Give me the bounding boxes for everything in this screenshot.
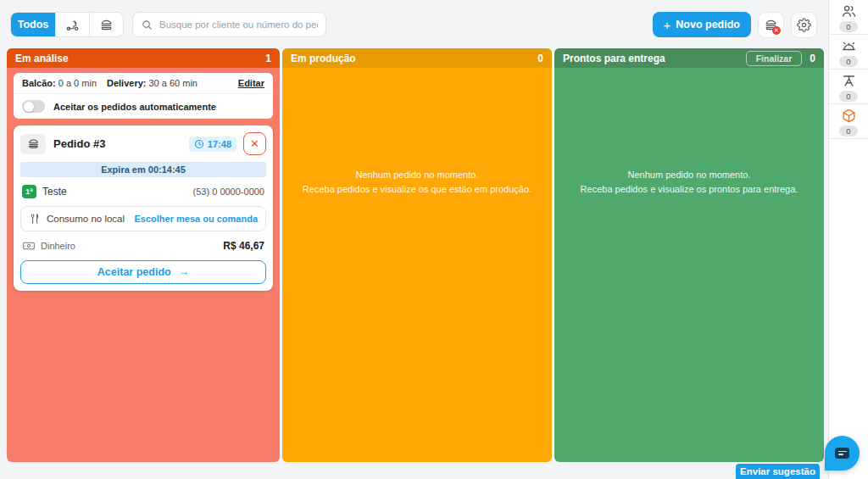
column-title: Prontos para entrega (563, 53, 665, 64)
empty-line-2: Receba pedidos e visualize os que estão … (294, 182, 540, 197)
cancel-order-button[interactable]: ✕ (243, 132, 266, 155)
order-type-chip (20, 134, 46, 154)
delivery-value: 30 a 60 min (148, 78, 197, 88)
column-prontos-entrega: Prontos para entrega Finalizar 0 Nenhum … (554, 48, 824, 462)
top-toolbar: Todos + (10, 12, 817, 37)
column-count: 0 (810, 53, 815, 64)
filter-all-button[interactable]: Todos (11, 13, 55, 36)
expiry-countdown: Expira em 00:14:45 (20, 162, 266, 177)
accept-order-label: Aceitar pedido (97, 266, 171, 278)
customer-row: 1ª Teste (53) 0 0000-0000 (20, 185, 266, 198)
sidebar-count-badge: 0 (839, 91, 857, 102)
order-card-header: Pedido #3 17:48 ✕ (20, 132, 266, 155)
customer-name: Teste (42, 186, 67, 198)
chat-icon (835, 448, 849, 459)
column-count: 1 (265, 53, 271, 64)
column-em-producao: Em produção 0 Nenhum pedido no momento. … (282, 48, 552, 462)
empty-line-1: Nenhum pedido no momento. (294, 168, 540, 182)
package-icon (841, 108, 857, 124)
balcao-label: Balcão: (22, 78, 56, 88)
right-sidebar: 0 0 0 0 (828, 0, 868, 479)
table-icon (841, 73, 857, 89)
empty-state-message: Nenhum pedido no momento. Receba pedidos… (282, 168, 552, 197)
search-icon (141, 19, 153, 31)
sidebar-count-badge: 0 (839, 56, 857, 67)
order-time-badge: 17:48 (189, 136, 236, 152)
delivery-label: Delivery: (107, 78, 146, 88)
empty-line-2: Receba pedidos e visualize os prontos pa… (566, 182, 812, 197)
column-title: Em análise (15, 53, 69, 64)
sidebar-item-packages[interactable]: 0 (829, 104, 868, 139)
auto-accept-settings-card: Balcão: 0 a 0 min Delivery: 30 a 60 min … (14, 73, 273, 119)
order-card[interactable]: Pedido #3 17:48 ✕ Expira em 00:14:45 1ª … (14, 125, 273, 291)
balcao-value: 0 a 0 min (58, 78, 97, 88)
order-title: Pedido #3 (53, 137, 105, 150)
burger-icon (99, 18, 114, 32)
sidebar-count-badge: 0 (839, 125, 857, 136)
store-closed-button[interactable]: ✕ (758, 12, 784, 38)
clock-icon (194, 139, 204, 149)
choose-table-link[interactable]: Escolher mesa ou comanda (135, 214, 259, 224)
scooter-icon (65, 18, 80, 32)
cash-icon (22, 239, 36, 253)
column-header-prontos: Prontos para entrega Finalizar 0 (554, 48, 824, 68)
first-order-badge: 1ª (22, 185, 36, 198)
consumption-row: Consumo no local Escolher mesa ou comand… (20, 206, 266, 231)
closed-status-badge-icon: ✕ (772, 26, 781, 35)
clients-icon (841, 3, 857, 19)
empty-state-message: Nenhum pedido no momento. Receba pedidos… (554, 168, 824, 197)
consumption-label: Consumo no local (47, 214, 125, 224)
customer-phone: (53) 0 0000-0000 (193, 187, 264, 197)
column-em-analise: Em análise 1 Balcão: 0 a 0 min Delivery:… (7, 48, 280, 462)
column-count: 0 (537, 53, 543, 64)
burger-icon (27, 137, 40, 150)
empty-line-1: Nenhum pedido no momento. (566, 168, 812, 182)
column-header-em-analise: Em análise 1 (7, 48, 280, 68)
search-box (132, 12, 326, 37)
sidebar-item-tables[interactable]: 0 (829, 70, 868, 104)
auto-accept-row: Aceitar os pedidos automaticamente (14, 94, 273, 119)
prep-times-row: Balcão: 0 a 0 min Delivery: 30 a 60 min … (14, 73, 273, 94)
gear-icon (797, 18, 811, 32)
settings-button[interactable] (791, 12, 817, 38)
toolbar-right: + Novo pedido ✕ (653, 12, 817, 38)
filter-counter-button[interactable] (89, 13, 123, 36)
order-time: 17:48 (208, 139, 231, 149)
arrow-right-icon: → (179, 266, 190, 278)
column-header-em-producao: Em produção 0 (282, 48, 552, 68)
edit-times-link[interactable]: Editar (238, 78, 264, 88)
close-icon: ✕ (250, 137, 259, 150)
sidebar-count-badge: 0 (839, 21, 857, 32)
column-title: Em produção (291, 53, 356, 64)
filter-all-label: Todos (18, 19, 49, 31)
payment-method: Dinheiro (41, 241, 75, 251)
service-bell-icon (841, 38, 857, 54)
cutlery-icon (29, 213, 41, 225)
new-order-label: Novo pedido (676, 19, 740, 31)
auto-accept-toggle[interactable] (22, 100, 45, 113)
plus-icon: + (664, 18, 671, 32)
payment-row: Dinheiro R$ 46,67 (20, 239, 266, 253)
chat-widget-button[interactable] (825, 436, 860, 471)
sidebar-item-bell[interactable]: 0 (829, 35, 868, 70)
new-order-button[interactable]: + Novo pedido (653, 12, 751, 37)
order-type-filter: Todos (10, 12, 124, 37)
search-input[interactable] (159, 19, 318, 30)
auto-accept-label: Aceitar os pedidos automaticamente (53, 102, 216, 112)
finalize-all-button[interactable]: Finalizar (746, 51, 803, 66)
order-total: R$ 46,67 (223, 240, 264, 252)
filter-delivery-button[interactable] (55, 13, 89, 36)
sidebar-item-clients[interactable]: 0 (829, 0, 868, 35)
accept-order-button[interactable]: Aceitar pedido → (20, 260, 266, 284)
send-suggestion-button[interactable]: Enviar sugestão (736, 464, 820, 479)
